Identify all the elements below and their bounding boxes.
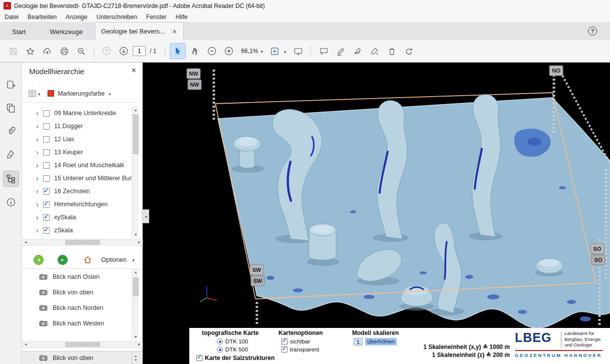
- visibility-checkbox[interactable]: [43, 162, 50, 169]
- scale-value-input[interactable]: 1: [354, 338, 363, 345]
- zoom-out-button[interactable]: [204, 43, 220, 59]
- tree-item-himmelsrichtungen[interactable]: Himmelsrichtungen: [22, 198, 132, 211]
- salt-map-option[interactable]: Karte der Salzstrukturen: [196, 354, 274, 361]
- scroll-down-icon[interactable]: [132, 333, 139, 340]
- visibility-checkbox[interactable]: [43, 123, 50, 130]
- panel-close-icon[interactable]: ×: [131, 66, 136, 76]
- zoom-tool-button[interactable]: [73, 43, 89, 59]
- view-item-blick-nach-osten[interactable]: Blick nach Osten: [22, 269, 132, 284]
- tree-item-dogger[interactable]: 11 Dogger: [22, 120, 132, 133]
- marker-color-swatch[interactable]: [48, 90, 54, 97]
- attachments-button[interactable]: [4, 124, 19, 139]
- chevron-right-icon[interactable]: [36, 124, 43, 129]
- menu-datei[interactable]: Datei: [0, 13, 23, 22]
- list-options-icon[interactable]: [28, 89, 37, 98]
- highlight-button[interactable]: [333, 43, 349, 59]
- presentation-button[interactable]: [290, 43, 306, 59]
- chevron-right-icon[interactable]: [36, 176, 43, 181]
- visible-checkbox[interactable]: [281, 338, 287, 344]
- zoom-level-dropdown[interactable]: 66,1%: [238, 48, 266, 55]
- view-item-blick-nach-westen[interactable]: Blick nach Westen: [22, 315, 132, 331]
- tree-item-keuper[interactable]: 13 Keuper: [22, 146, 132, 159]
- dtk100-option[interactable]: DTK 100: [217, 338, 248, 344]
- tree-item-marine-unterkreide[interactable]: 09 Marine Unterkreide: [22, 107, 132, 120]
- signature-panel-button[interactable]: [4, 147, 19, 162]
- exaggerate-button[interactable]: überhöhen: [365, 338, 397, 345]
- previous-view-button[interactable]: ◄: [34, 255, 44, 265]
- tab-close-icon[interactable]: ×: [172, 27, 177, 36]
- dtk500-option[interactable]: DTK 500: [217, 346, 248, 352]
- chevron-right-icon[interactable]: [36, 202, 43, 207]
- tree-item-xyskala[interactable]: xySkala: [22, 211, 132, 224]
- tab-document[interactable]: Geologie bei Bevers... ×: [95, 22, 184, 40]
- sign-button[interactable]: [350, 43, 366, 59]
- tree-item-zskala[interactable]: zSkala: [22, 224, 132, 237]
- scroll-left-icon[interactable]: [22, 239, 29, 245]
- tree-horizontal-scrollbar[interactable]: [22, 239, 143, 246]
- rotate-button[interactable]: [401, 43, 417, 59]
- chevron-down-icon[interactable]: [109, 90, 111, 97]
- visibility-checkbox[interactable]: [43, 214, 50, 221]
- chevron-right-icon[interactable]: [36, 150, 43, 155]
- scrollbar-thumb[interactable]: [65, 240, 100, 245]
- next-view-button[interactable]: ►: [58, 255, 68, 265]
- select-tool-button[interactable]: [170, 43, 186, 59]
- views-horizontal-scrollbar[interactable]: [22, 341, 143, 348]
- delete-button[interactable]: [384, 43, 400, 59]
- tab-start[interactable]: Start: [0, 24, 38, 40]
- save-button[interactable]: [5, 43, 21, 59]
- page-number-input[interactable]: [133, 46, 146, 56]
- scroll-right-icon[interactable]: [136, 341, 143, 347]
- visibility-checkbox[interactable]: [43, 175, 50, 182]
- tree-item-lias[interactable]: 12 Lias: [22, 133, 132, 146]
- scroll-up-icon[interactable]: [132, 269, 139, 275]
- chevron-right-icon[interactable]: [36, 189, 43, 194]
- visibility-checkbox[interactable]: [43, 110, 50, 117]
- document-properties-button[interactable]: [4, 195, 19, 210]
- share-cloud-button[interactable]: [39, 43, 55, 59]
- dtk500-radio[interactable]: [217, 346, 223, 352]
- model-tree-button[interactable]: [4, 171, 19, 186]
- help-button[interactable]: ?: [588, 27, 597, 36]
- chevron-down-icon[interactable]: [132, 256, 135, 263]
- dtk100-radio[interactable]: [217, 338, 223, 344]
- chevron-right-icon[interactable]: [36, 228, 43, 233]
- chevron-right-icon[interactable]: [36, 137, 43, 142]
- view-item-blick-nach-norden[interactable]: Blick nach Norden: [22, 300, 132, 315]
- visibility-checkbox[interactable]: [43, 136, 50, 143]
- default-view-button[interactable]: [83, 255, 92, 266]
- transparent-option[interactable]: transparent: [281, 346, 319, 352]
- menu-bearbeiten[interactable]: Bearbeiten: [23, 13, 61, 22]
- tree-scrollbar[interactable]: [132, 107, 139, 238]
- previous-page-button[interactable]: [99, 43, 115, 59]
- scroll-down-icon[interactable]: [132, 231, 139, 238]
- scrollbar-thumb[interactable]: [65, 342, 100, 347]
- export-pdf-button[interactable]: [4, 78, 19, 93]
- tree-item-zechstein[interactable]: 16 Zechstein: [22, 185, 132, 198]
- views-scrollbar[interactable]: [132, 269, 139, 340]
- favorites-button[interactable]: [22, 43, 38, 59]
- scroll-up-icon[interactable]: [132, 107, 139, 113]
- scrollbar-thumb[interactable]: [133, 277, 139, 296]
- tree-item-buntsandstein[interactable]: 15 Unterer und Mittlerer Bur: [22, 172, 132, 185]
- print-button[interactable]: [56, 43, 72, 59]
- chevron-right-icon[interactable]: [36, 111, 43, 116]
- menu-hilfe[interactable]: Hilfe: [171, 13, 192, 22]
- 3d-model-canvas[interactable]: NW NW NO SW SW SO SO: [143, 63, 610, 364]
- menu-anzeige[interactable]: Anzeige: [61, 13, 92, 22]
- panel-collapse-button[interactable]: [143, 209, 149, 223]
- view-item-blick-von-oben[interactable]: Blick von oben: [22, 284, 132, 300]
- hand-tool-button[interactable]: [187, 43, 203, 59]
- scroll-right-icon[interactable]: [136, 239, 143, 245]
- visible-option[interactable]: sichtbar: [281, 338, 310, 344]
- fill-sign-button[interactable]: [367, 43, 383, 59]
- menu-unterschreiben[interactable]: Unterschreiben: [92, 13, 141, 22]
- comment-button[interactable]: [316, 43, 332, 59]
- next-page-button[interactable]: [116, 43, 132, 59]
- visibility-checkbox[interactable]: [43, 149, 50, 156]
- chevron-right-icon[interactable]: [36, 215, 43, 220]
- visibility-checkbox[interactable]: [43, 227, 50, 234]
- chevron-right-icon[interactable]: [36, 163, 43, 168]
- panel-expand-arrows[interactable]: ▲▼: [132, 351, 139, 364]
- scrollbar-thumb[interactable]: [133, 114, 139, 154]
